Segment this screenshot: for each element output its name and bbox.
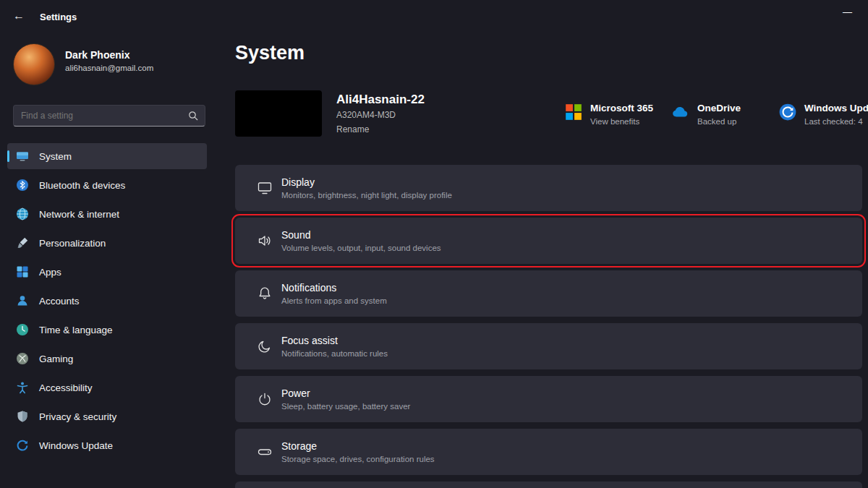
- power-icon: [257, 391, 273, 407]
- settings-row-partial[interactable]: [235, 481, 862, 488]
- row-label: Display: [281, 176, 452, 188]
- sidebar-item-privacy-security[interactable]: Privacy & security: [7, 403, 207, 429]
- settings-row-display[interactable]: Display Monitors, brightness, night ligh…: [235, 165, 862, 211]
- rename-link[interactable]: Rename: [336, 124, 369, 134]
- status-card-title: Windows Update: [804, 103, 868, 114]
- sidebar-item-label: Accessibility: [39, 382, 93, 393]
- settings-list: Display Monitors, brightness, night ligh…: [235, 165, 862, 488]
- sidebar-item-personalization[interactable]: Personalization: [7, 230, 207, 256]
- sidebar-item-label: Personalization: [39, 238, 106, 249]
- sidebar-item-label: Gaming: [39, 354, 73, 364]
- settings-row-power[interactable]: Power Sleep, battery usage, battery save…: [235, 376, 862, 422]
- page-title: System: [235, 42, 305, 64]
- avatar: [13, 43, 55, 85]
- row-label: Notifications: [281, 282, 387, 294]
- settings-row-focus-assist[interactable]: Focus assist Notifications, automatic ru…: [235, 323, 862, 369]
- user-name: Dark Phoenix: [65, 49, 129, 61]
- sidebar-item-label: System: [39, 151, 72, 162]
- sidebar-nav: System Bluetooth & devices Network & int…: [7, 143, 207, 461]
- profile-section[interactable]: Dark Phoenix ali6hasnain@gmail.com: [0, 35, 210, 87]
- status-card-subtitle: View benefits: [590, 117, 653, 126]
- status-card-subtitle: Backed up: [697, 117, 741, 126]
- row-label: Power: [281, 388, 410, 399]
- sidebar-item-label: Accounts: [39, 296, 80, 307]
- gaming-icon: [16, 352, 29, 365]
- time-language-icon: [16, 323, 29, 336]
- search-box: [13, 105, 205, 127]
- microsoft-365-icon: [564, 103, 583, 121]
- sidebar-item-label: Windows Update: [39, 440, 113, 451]
- bluetooth-icon: [16, 179, 29, 192]
- settings-row-storage[interactable]: Storage Storage space, drives, configura…: [235, 429, 862, 475]
- sidebar-item-system[interactable]: System: [7, 143, 207, 169]
- titlebar: ← Settings —: [0, 0, 868, 35]
- accessibility-icon: [16, 381, 29, 394]
- sidebar-item-network-internet[interactable]: Network & internet: [7, 201, 207, 227]
- system-icon: [16, 150, 29, 163]
- sidebar-item-label: Time & language: [39, 325, 113, 335]
- row-label: Focus assist: [281, 335, 388, 346]
- sidebar-item-windows-update[interactable]: Windows Update: [7, 432, 207, 458]
- settings-row-sound[interactable]: Sound Volume levels, output, input, soun…: [235, 218, 862, 264]
- device-thumbnail: [235, 90, 322, 137]
- sidebar-item-apps[interactable]: Apps: [7, 259, 207, 285]
- personalization-icon: [16, 236, 29, 249]
- sidebar-item-bluetooth-devices[interactable]: Bluetooth & devices: [7, 172, 207, 198]
- sidebar-item-label: Network & internet: [39, 209, 119, 220]
- windows-update-icon: [16, 439, 29, 452]
- focus-assist-icon: [257, 338, 273, 354]
- sidebar-item-label: Apps: [39, 267, 61, 278]
- display-icon: [257, 180, 273, 196]
- app-title: Settings: [40, 12, 77, 22]
- row-description: Sleep, battery usage, battery saver: [281, 402, 410, 411]
- storage-icon: [257, 444, 273, 460]
- device-name: Ali4Hasnain-22: [336, 93, 425, 107]
- sidebar: Dark Phoenix ali6hasnain@gmail.com Syste…: [0, 35, 217, 488]
- status-card-onedrive[interactable]: OneDrive Backed up: [671, 103, 741, 126]
- status-card-subtitle: Last checked: 4: [804, 117, 868, 126]
- apps-icon: [16, 265, 29, 278]
- settings-row-notifications[interactable]: Notifications Alerts from apps and syste…: [235, 270, 862, 317]
- sidebar-item-accessibility[interactable]: Accessibility: [7, 374, 207, 401]
- back-button[interactable]: ←: [13, 9, 25, 22]
- row-description: Notifications, automatic rules: [281, 349, 388, 358]
- row-label: Storage: [281, 440, 435, 452]
- minimize-button[interactable]: —: [843, 7, 852, 17]
- status-card-microsoft-365[interactable]: Microsoft 365 View benefits: [564, 103, 653, 126]
- accounts-icon: [16, 294, 29, 307]
- sound-icon: [257, 233, 273, 249]
- row-label: Sound: [281, 229, 441, 241]
- sidebar-item-accounts[interactable]: Accounts: [7, 288, 207, 314]
- row-description: Monitors, brightness, night light, displ…: [281, 191, 452, 200]
- status-card-windows-update[interactable]: Windows Update Last checked: 4: [778, 103, 868, 126]
- search-input[interactable]: [14, 106, 182, 126]
- device-model: A320AM4-M3D: [336, 110, 396, 120]
- privacy-icon: [16, 410, 29, 423]
- row-description: Alerts from apps and system: [281, 296, 387, 305]
- row-description: Storage space, drives, configuration rul…: [281, 455, 435, 463]
- sidebar-item-label: Privacy & security: [39, 411, 116, 422]
- user-email: ali6hasnain@gmail.com: [65, 64, 153, 72]
- notifications-icon: [257, 286, 273, 301]
- main-content: System Ali4Hasnain-22 A320AM4-M3D Rename…: [235, 35, 868, 488]
- network-icon: [16, 207, 29, 221]
- windows-update-icon: [778, 103, 797, 121]
- onedrive-icon: [671, 103, 690, 121]
- status-card-title: Microsoft 365: [590, 103, 653, 114]
- sidebar-item-gaming[interactable]: Gaming: [7, 346, 207, 372]
- sidebar-item-label: Bluetooth & devices: [39, 180, 125, 191]
- status-card-title: OneDrive: [697, 103, 741, 114]
- sidebar-item-time-language[interactable]: Time & language: [7, 317, 207, 343]
- search-icon[interactable]: [188, 111, 198, 121]
- row-description: Volume levels, output, input, sound devi…: [281, 244, 441, 252]
